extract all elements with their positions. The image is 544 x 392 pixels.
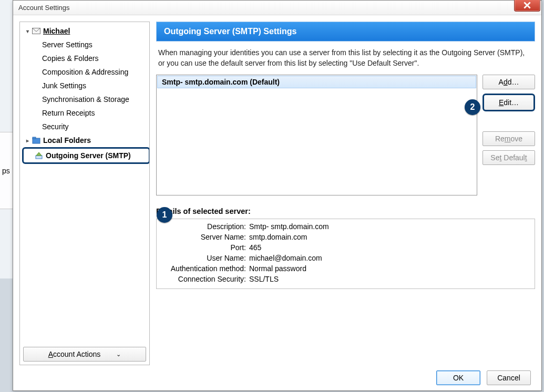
details-title: Details of selected server: (156, 207, 535, 215)
account-actions-label: Account Actions (48, 350, 101, 358)
tree-item-composition-addressing[interactable]: Composition & Addressing (20, 65, 149, 79)
chevron-down-icon: ▾ (24, 28, 30, 34)
mail-account-icon (32, 27, 41, 35)
close-icon (524, 2, 531, 9)
label-port: Port: (162, 243, 246, 252)
svg-rect-2 (33, 137, 36, 139)
label-description: Description: (162, 222, 246, 231)
value-description: Smtp- smtp.domain.com (249, 222, 529, 231)
window-title: Account Settings (18, 4, 70, 12)
label-user-name: User Name: (162, 254, 246, 262)
account-settings-dialog: Account Settings ▾ Michael Server Settin… (13, 0, 542, 391)
tree-account-label: Michael (43, 27, 70, 35)
value-conn-sec: SSL/TLS (249, 275, 529, 283)
label-auth-method: Authentication method: (162, 264, 246, 273)
set-default-button[interactable]: Set Default (483, 150, 535, 165)
tree-item-junk-settings[interactable]: Junk Settings (20, 79, 149, 92)
value-server-name: smtp.domain.com (249, 233, 529, 241)
tree-item-security[interactable]: Security (20, 120, 149, 133)
label-conn-sec: Connection Security: (162, 275, 246, 283)
value-user-name: michael@domain.com (249, 254, 529, 262)
titlebar: Account Settings (13, 1, 541, 15)
panel-description: When managing your identities you can us… (156, 42, 535, 75)
svg-rect-3 (36, 156, 42, 159)
server-action-buttons: Add… Edit… Remove Set Default 2 (483, 75, 535, 195)
tree-local-folders[interactable]: ▸ Local Folders (20, 133, 149, 147)
edit-button[interactable]: Edit… (483, 94, 535, 111)
tree-local-folders-label: Local Folders (43, 136, 91, 145)
value-port: 465 (249, 243, 529, 252)
local-folders-icon (32, 136, 41, 145)
tree-item-return-receipts[interactable]: Return Receipts (20, 106, 149, 120)
tree-item-copies-folders[interactable]: Copies & Folders (20, 51, 149, 65)
tree-outgoing-server[interactable]: Outgoing Server (SMTP) (22, 147, 149, 164)
tree-account-michael[interactable]: ▾ Michael (20, 24, 149, 38)
chevron-right-icon: ▸ (24, 138, 30, 143)
remove-button[interactable]: Remove (483, 131, 535, 146)
smtp-server-item[interactable]: Smtp- smtp.domain.com (Default) (157, 76, 476, 88)
ok-button[interactable]: OK (436, 370, 480, 385)
tree-outgoing-label: Outgoing Server (SMTP) (46, 151, 131, 160)
value-auth-method: Normal password (249, 264, 529, 273)
cancel-button[interactable]: Cancel (487, 370, 531, 385)
main-panel: Outgoing Server (SMTP) Settings When man… (156, 22, 535, 365)
add-button[interactable]: Add… (483, 75, 535, 89)
smtp-server-list[interactable]: Smtp- smtp.domain.com (Default) (156, 75, 477, 195)
callout-2: 2 (465, 99, 480, 115)
dialog-footer: OK Cancel (13, 365, 541, 390)
callout-1: 1 (157, 207, 172, 223)
details-box: Description: Smtp- smtp.domain.com Serve… (156, 219, 535, 289)
tree-item-sync-storage[interactable]: Synchronisation & Storage (20, 92, 149, 106)
close-button[interactable] (514, 0, 540, 12)
account-tree: ▾ Michael Server Settings Copies & Folde… (20, 22, 149, 344)
panel-header: Outgoing Server (SMTP) Settings (156, 22, 535, 42)
tree-item-server-settings[interactable]: Server Settings (20, 38, 149, 51)
account-actions-button[interactable]: Account Actions ⌄ (23, 347, 146, 362)
chevron-down-icon: ⌄ (116, 351, 121, 358)
sidebar: ▾ Michael Server Settings Copies & Folde… (19, 22, 150, 365)
outgoing-server-icon (34, 151, 44, 160)
label-server-name: Server Name: (162, 233, 246, 241)
